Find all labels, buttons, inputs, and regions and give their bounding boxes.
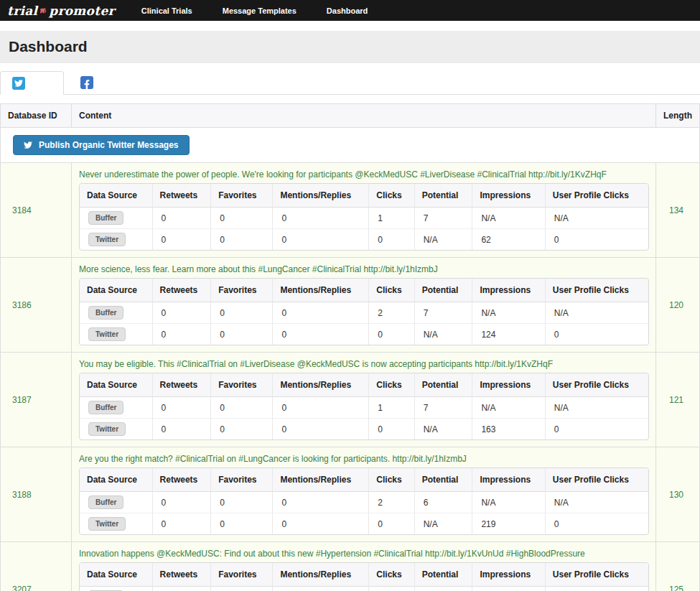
tab-facebook[interactable] (64, 70, 130, 94)
metrics-row-twitter: Twitter 0 0 0 0 N/A 124 0 (80, 323, 648, 345)
page-title: Dashboard (9, 38, 691, 55)
impressions-value: N/A (472, 208, 544, 228)
length-value: 134 (656, 163, 700, 258)
twitter-source-badge[interactable]: Twitter (88, 327, 126, 341)
social-tabs (0, 70, 700, 95)
message-content-cell: You may be eligible. This #ClinicalTrial… (72, 353, 656, 447)
nav-item-clinical-trials[interactable]: Clinical Trials (126, 0, 207, 21)
user-profile-clicks-value: N/A (545, 302, 648, 323)
potential-value: 7 (414, 208, 472, 228)
twitter-bird-icon (24, 141, 32, 149)
metrics-header-data-source: Data Source (80, 184, 152, 208)
brand-trial-text: trial (7, 4, 37, 18)
retweets-value: 0 (152, 513, 211, 534)
favorites-value: 0 (210, 418, 272, 439)
metrics-table: Data Source Retweets Favorites Mentions/… (79, 183, 649, 251)
message-text: Are you the right match? #ClinicalTrial … (79, 454, 649, 464)
length-value: 120 (656, 258, 700, 353)
metrics-header-user-profile-clicks: User Profile Clicks (545, 279, 648, 302)
metrics-header-potential: Potential (414, 563, 472, 587)
metrics-table: Data Source Retweets Favorites Mentions/… (79, 562, 649, 591)
twitter-source-badge[interactable]: Twitter (88, 233, 126, 246)
potential-value: 7 (414, 302, 472, 323)
mentions-replies-value: 0 (272, 397, 368, 418)
brand-promoter-text: promoter (49, 4, 115, 18)
metrics-header-mentions-replies: Mentions/Replies (272, 468, 368, 492)
impressions-value: N/A (472, 587, 544, 591)
nav-item-message-templates[interactable]: Message Templates (207, 0, 312, 21)
metrics-header-retweets: Retweets (152, 373, 211, 397)
message-row: 3187 You may be eligible. This #Clinical… (1, 353, 700, 447)
page-heading-band: Dashboard (0, 31, 700, 63)
potential-value: N/A (414, 323, 472, 345)
potential-value: N/A (414, 513, 472, 534)
metrics-header-impressions: Impressions (472, 563, 544, 587)
twitter-source-badge[interactable]: Twitter (88, 517, 126, 531)
metrics-table: Data Source Retweets Favorites Mentions/… (79, 278, 649, 345)
metrics-header-retweets: Retweets (152, 468, 211, 492)
message-content-cell: More science, less fear. Learn more abou… (72, 258, 656, 353)
database-id-value: 3184 (1, 163, 72, 258)
impressions-value: N/A (472, 302, 544, 323)
clicks-value: 0 (368, 587, 414, 591)
nav-item-dashboard[interactable]: Dashboard (312, 0, 383, 21)
publish-button-label: Publish Organic Twitter Messages (39, 140, 179, 150)
user-profile-clicks-value: N/A (545, 208, 648, 228)
metrics-header-retweets: Retweets (152, 279, 211, 302)
metrics-header-impressions: Impressions (472, 279, 544, 302)
metrics-header-row: Data Source Retweets Favorites Mentions/… (80, 373, 648, 397)
buffer-source-badge[interactable]: Buffer (88, 495, 123, 509)
impressions-value: N/A (472, 492, 544, 513)
clicks-value: 0 (368, 228, 414, 250)
retweets-value: 0 (152, 587, 211, 591)
user-profile-clicks-value: 0 (545, 513, 648, 534)
clicks-value: 0 (368, 323, 414, 345)
metrics-header-clicks: Clicks (368, 184, 414, 208)
metrics-header-mentions-replies: Mentions/Replies (272, 184, 368, 208)
impressions-value: N/A (472, 397, 544, 418)
tab-twitter[interactable] (0, 71, 64, 95)
favorites-value: 0 (210, 228, 272, 250)
clicks-value: 1 (368, 208, 414, 228)
clicks-value: 1 (368, 397, 414, 418)
buffer-source-badge[interactable]: Buffer (88, 401, 123, 414)
mentions-replies-value: 0 (272, 587, 368, 591)
publish-organic-twitter-messages-button[interactable]: Publish Organic Twitter Messages (13, 135, 190, 155)
user-profile-clicks-value: 0 (545, 323, 648, 345)
user-profile-clicks-value: N/A (545, 397, 648, 418)
buffer-source-badge[interactable]: Buffer (88, 211, 123, 225)
metrics-row-buffer: Buffer 0 0 0 1 7 N/A N/A (80, 397, 648, 418)
mentions-replies-value: 0 (272, 418, 368, 439)
metrics-header-favorites: Favorites (210, 373, 272, 397)
clicks-value: 2 (368, 492, 414, 513)
message-content-cell: Are you the right match? #ClinicalTrial … (72, 447, 656, 542)
metrics-row-buffer: Buffer 0 0 0 2 6 N/A N/A (80, 492, 648, 513)
message-row: 3188 Are you the right match? #ClinicalT… (1, 447, 700, 542)
favorites-value: 0 (210, 323, 272, 345)
message-text: Innovation happens @KeckMedUSC: Find out… (79, 549, 649, 559)
metrics-header-data-source: Data Source (80, 563, 152, 587)
top-navbar: trial promoter Clinical Trials Message T… (0, 0, 700, 21)
metrics-header-potential: Potential (414, 279, 472, 302)
length-value: 121 (656, 353, 700, 447)
retweets-value: 0 (152, 492, 211, 513)
impressions-value: 163 (472, 418, 544, 439)
potential-value: N/A (414, 418, 472, 439)
metrics-header-impressions: Impressions (472, 184, 544, 208)
metrics-row-twitter: Twitter 0 0 0 0 N/A 163 0 (80, 418, 648, 439)
buffer-source-badge[interactable]: Buffer (88, 306, 123, 320)
database-id-value: 3188 (1, 447, 72, 542)
user-profile-clicks-value: N/A (545, 492, 648, 513)
user-profile-clicks-value: 0 (545, 418, 648, 439)
potential-value: N/A (414, 228, 472, 250)
metrics-header-user-profile-clicks: User Profile Clicks (545, 184, 648, 208)
favorites-value: 0 (210, 492, 272, 513)
metrics-header-row: Data Source Retweets Favorites Mentions/… (80, 184, 648, 208)
twitter-source-badge[interactable]: Twitter (88, 422, 126, 436)
length-value: 130 (656, 447, 700, 542)
metrics-header-clicks: Clicks (368, 563, 414, 587)
brand-logo[interactable]: trial promoter (0, 0, 126, 21)
favorites-value: 0 (210, 587, 272, 591)
potential-value: 6 (414, 587, 472, 591)
messages-table: Database ID Content Length Publish Organ… (0, 103, 700, 591)
